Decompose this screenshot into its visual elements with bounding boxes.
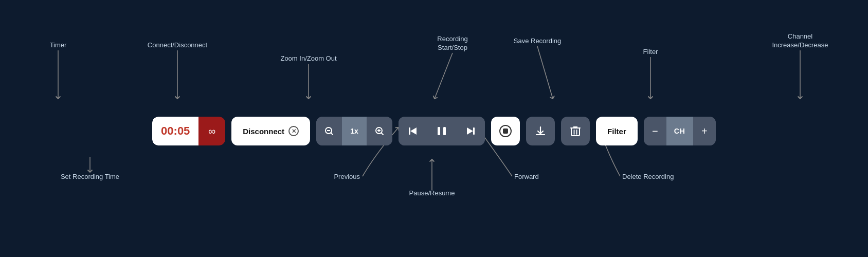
svg-text:Forward: Forward <box>514 173 539 180</box>
svg-text:Connect/Disconnect: Connect/Disconnect <box>148 41 208 49</box>
zoom-level-label: 1x <box>342 117 367 145</box>
svg-text:Zoom In/Zoom Out: Zoom In/Zoom Out <box>280 54 336 62</box>
svg-text:Start/Stop: Start/Stop <box>438 44 467 51</box>
svg-text:Previous: Previous <box>334 173 360 180</box>
svg-rect-32 <box>438 127 440 135</box>
svg-text:Delete Recording: Delete Recording <box>622 173 674 180</box>
svg-line-10 <box>435 53 453 99</box>
svg-text:Filter: Filter <box>643 48 659 56</box>
zoom-group: 1x <box>316 117 392 145</box>
channel-decrease-button[interactable]: − <box>644 117 666 145</box>
zoom-out-button[interactable] <box>316 117 342 145</box>
svg-rect-34 <box>473 127 475 135</box>
recording-start-stop-button[interactable] <box>491 117 520 145</box>
svg-text:Recording: Recording <box>437 35 467 43</box>
save-recording-button[interactable] <box>526 117 555 145</box>
filter-button[interactable]: Filter <box>596 117 638 145</box>
svg-text:Timer: Timer <box>50 41 67 49</box>
svg-line-25 <box>331 133 333 135</box>
svg-text:Channel: Channel <box>788 32 813 40</box>
playback-group <box>399 117 485 145</box>
record-stop-icon <box>499 125 512 137</box>
disconnect-button[interactable]: Disconnect ✕ <box>231 117 310 145</box>
channel-group: − CH + <box>644 117 716 145</box>
zoom-in-button[interactable] <box>367 117 392 145</box>
svg-text:Pause/Resume: Pause/Resume <box>409 189 455 197</box>
delete-recording-button[interactable] <box>561 117 590 145</box>
stop-dot-icon <box>503 128 508 134</box>
pause-resume-button[interactable] <box>427 117 456 145</box>
svg-rect-33 <box>443 127 446 135</box>
forward-button[interactable] <box>456 117 485 145</box>
svg-text:Save Recording: Save Recording <box>514 37 562 45</box>
svg-line-12 <box>537 46 553 99</box>
disconnect-x-icon: ✕ <box>288 126 299 136</box>
timer-group: 00:05 ∞ <box>152 117 225 145</box>
svg-line-29 <box>382 133 384 135</box>
svg-rect-30 <box>409 127 410 135</box>
set-recording-time-button[interactable]: ∞ <box>198 117 225 145</box>
previous-button[interactable] <box>399 117 427 145</box>
filter-label: Filter <box>607 127 626 136</box>
svg-text:Increase/Decrease: Increase/Decrease <box>772 41 828 49</box>
svg-marker-35 <box>467 127 473 135</box>
disconnect-label: Disconnect <box>243 127 284 136</box>
svg-marker-31 <box>410 127 417 135</box>
svg-text:Set Recording Time: Set Recording Time <box>61 173 119 180</box>
channel-display: CH <box>666 117 693 145</box>
svg-rect-36 <box>571 128 580 136</box>
channel-increase-button[interactable]: + <box>693 117 716 145</box>
timer-display: 00:05 <box>152 117 198 145</box>
